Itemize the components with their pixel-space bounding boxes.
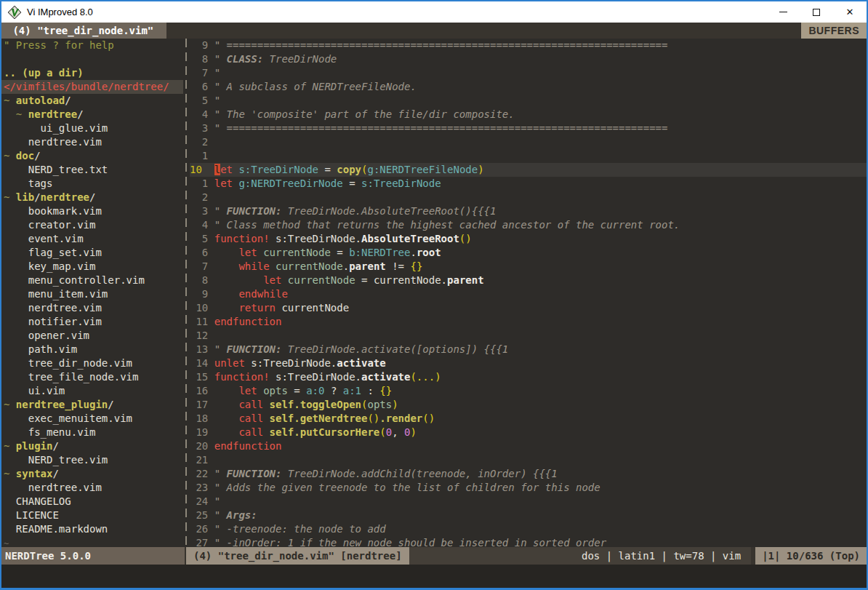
tree-item[interactable]: path.vim bbox=[1, 343, 183, 356]
tree-item[interactable]: ui.vim bbox=[1, 384, 183, 398]
tree-item[interactable]: .. (up a dir) bbox=[1, 66, 183, 80]
tree-item[interactable]: ~ syntax/ bbox=[1, 467, 183, 481]
code-token: l bbox=[214, 164, 220, 175]
tree-item[interactable]: ~ lib/nerdtree/ bbox=[1, 191, 183, 204]
tree-item[interactable]: bookmark.vim bbox=[1, 204, 183, 218]
tree-item[interactable]: notifier.vim bbox=[1, 315, 183, 329]
tree-item[interactable]: ~ plugin/ bbox=[1, 439, 183, 453]
line-number: 3 bbox=[190, 204, 208, 218]
code-line[interactable]: 27" -inOrder: 1 if the new node should b… bbox=[190, 536, 867, 547]
code-line[interactable]: 18 call self.getNerdtree().render() bbox=[190, 412, 867, 426]
code-line[interactable]: 6 let currentNode = b:NERDTree.root bbox=[190, 246, 867, 260]
code-line-text: function! s:TreeDirNode.activate(...) bbox=[214, 370, 441, 384]
tree-item[interactable]: NERD_tree.txt bbox=[1, 163, 183, 177]
maximize-button[interactable] bbox=[800, 1, 833, 23]
tree-item[interactable]: " Press ? for help bbox=[1, 39, 183, 52]
line-number: 9 bbox=[190, 39, 208, 52]
tab-tree-dir-node[interactable]: (4) "tree_dir_node.vim" bbox=[1, 23, 166, 39]
code-line[interactable]: 26" -treenode: the node to add bbox=[190, 522, 867, 536]
code-line[interactable]: 10 return currentNode bbox=[190, 301, 867, 315]
code-token bbox=[263, 399, 269, 410]
code-line[interactable]: 9 endwhile bbox=[190, 287, 867, 301]
close-button[interactable]: ✕ bbox=[833, 1, 867, 23]
code-line[interactable]: 12 bbox=[190, 329, 867, 343]
tree-item[interactable]: creator.vim bbox=[1, 218, 183, 232]
code-token: " bbox=[214, 495, 220, 507]
tree-root-item[interactable]: </vimfiles/bundle/nerdtree/ bbox=[1, 80, 183, 94]
tree-item[interactable]: tree_dir_node.vim bbox=[1, 356, 183, 370]
tree-item-text: ~ bbox=[4, 440, 16, 452]
code-line[interactable]: 21 bbox=[190, 453, 867, 467]
code-line[interactable]: 7" bbox=[190, 66, 867, 80]
code-line[interactable]: 5" bbox=[190, 94, 867, 108]
tree-item[interactable]: CHANGELOG bbox=[1, 495, 183, 509]
code-line[interactable]: 17 call self.toggleOpen(opts) bbox=[190, 398, 867, 412]
code-line[interactable]: 6" A subclass of NERDTreeFileNode. bbox=[190, 80, 867, 94]
tree-item[interactable]: ~ autoload/ bbox=[1, 94, 183, 108]
code-line[interactable]: 3" =====================================… bbox=[190, 121, 867, 135]
code-line[interactable]: 2 bbox=[190, 135, 867, 149]
code-line[interactable]: 1let g:NERDTreeDirNode = s:TreeDirNode bbox=[190, 177, 867, 191]
tree-item[interactable]: ~ nerdtree_plugin/ bbox=[1, 398, 183, 412]
code-line[interactable]: 22" FUNCTION: TreeDirNode.addChild(treen… bbox=[190, 467, 867, 481]
code-token: " -treenode: the node to add bbox=[214, 523, 386, 535]
code-line[interactable]: 2 bbox=[190, 191, 867, 204]
code-token: s:TreeDirNode. bbox=[270, 233, 361, 244]
tree-item-text bbox=[4, 495, 16, 507]
code-token: root bbox=[417, 247, 441, 258]
code-line-current[interactable]: 10let s:TreeDirNode = copy(g:NERDTreeFil… bbox=[190, 163, 867, 177]
tree-item[interactable]: nerdtree.vim bbox=[1, 481, 183, 495]
code-line[interactable]: 5function! s:TreeDirNode.AbsoluteTreeRoo… bbox=[190, 232, 867, 246]
tree-item[interactable]: fs_menu.vim bbox=[1, 426, 183, 439]
code-line[interactable]: 4" The 'composite' part of the file/dir … bbox=[190, 108, 867, 121]
code-token: {} bbox=[379, 385, 392, 396]
code-line[interactable]: 16 let opts = a:0 ? a:1 : {} bbox=[190, 384, 867, 398]
tree-item-text: / bbox=[65, 95, 71, 106]
code-line[interactable]: 19 call self.putCursorHere(0, 0) bbox=[190, 426, 867, 439]
tree-item[interactable]: key_map.vim bbox=[1, 260, 183, 274]
command-line[interactable] bbox=[1, 565, 867, 588]
code-line[interactable]: 7 while currentNode.parent != {} bbox=[190, 260, 867, 274]
code-token: = bbox=[343, 178, 361, 189]
tree-item[interactable]: ~ doc/ bbox=[1, 149, 183, 163]
code-line[interactable]: 4" Class method that returns the highest… bbox=[190, 218, 867, 232]
tree-item-text: ~ bbox=[16, 108, 28, 120]
tree-item[interactable]: README.markdown bbox=[1, 522, 183, 536]
tree-item[interactable]: nerdtree.vim bbox=[1, 301, 183, 315]
code-line[interactable]: 1 bbox=[190, 149, 867, 163]
code-line[interactable]: 8" CLASS: TreeDirNode bbox=[190, 52, 867, 66]
code-line[interactable]: 24" bbox=[190, 495, 867, 509]
tree-item[interactable] bbox=[1, 52, 183, 66]
code-line[interactable]: 9" =====================================… bbox=[190, 39, 867, 52]
tree-item[interactable]: nerdtree.vim bbox=[1, 135, 183, 149]
tree-item[interactable]: NERD_tree.vim bbox=[1, 453, 183, 467]
tree-item[interactable]: flag_set.vim bbox=[1, 246, 183, 260]
tree-item[interactable]: exec_menuitem.vim bbox=[1, 412, 183, 426]
tree-item[interactable]: opener.vim bbox=[1, 329, 183, 343]
code-token: opts bbox=[257, 385, 288, 396]
tree-item-text bbox=[4, 426, 28, 438]
minimize-button[interactable] bbox=[766, 1, 800, 23]
code-line[interactable]: 15function! s:TreeDirNode.activate(...) bbox=[190, 370, 867, 384]
tree-item[interactable]: menu_item.vim bbox=[1, 287, 183, 301]
code-token: let bbox=[238, 385, 257, 396]
code-line[interactable]: 13" FUNCTION: TreeDirNode.activate([opti… bbox=[190, 343, 867, 356]
code-line[interactable]: 14unlet s:TreeDirNode.activate bbox=[190, 356, 867, 370]
tree-item[interactable]: ~ bbox=[1, 536, 183, 547]
tree-item[interactable]: menu_controller.vim bbox=[1, 274, 183, 287]
code-line[interactable]: 25" Args: bbox=[190, 509, 867, 522]
tree-item[interactable]: tree_file_node.vim bbox=[1, 370, 183, 384]
tree-item[interactable]: ~ nerdtree/ bbox=[1, 108, 183, 121]
tree-item[interactable]: ui_glue.vim bbox=[1, 121, 183, 135]
tree-item[interactable]: event.vim bbox=[1, 232, 183, 246]
code-line[interactable]: 11endfunction bbox=[190, 315, 867, 329]
code-line[interactable]: 3" FUNCTION: TreeDirNode.AbsoluteTreeRoo… bbox=[190, 204, 867, 218]
code-token: TreeDirNode.activate([options]) {{{1 bbox=[281, 343, 508, 355]
code-line[interactable]: 8 let currentNode = currentNode.parent bbox=[190, 274, 867, 287]
code-line[interactable]: 20endfunction bbox=[190, 439, 867, 453]
tree-item[interactable]: tags bbox=[1, 177, 183, 191]
tree-item[interactable]: LICENCE bbox=[1, 509, 183, 522]
code-line[interactable]: 23" Adds the given treenode to the list … bbox=[190, 481, 867, 495]
code-token: self.toggleOpen bbox=[270, 399, 361, 410]
vertical-split-handle[interactable] bbox=[183, 39, 190, 547]
